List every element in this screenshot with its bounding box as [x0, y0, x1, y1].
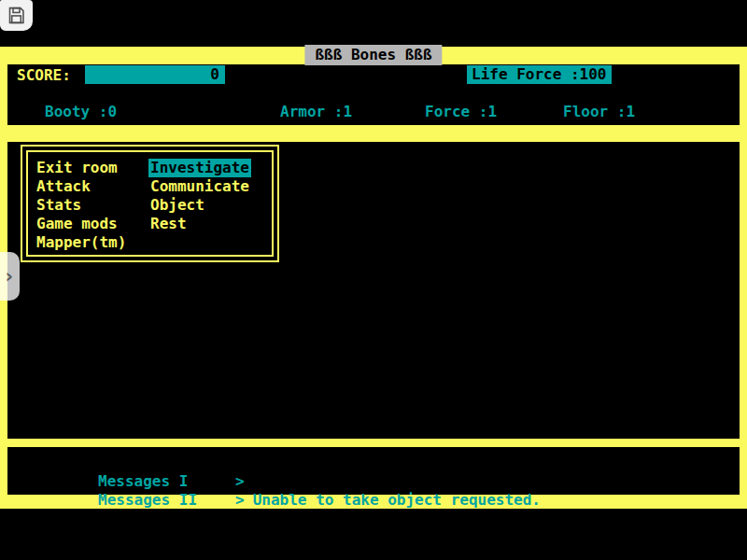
stat-floor: Floor :1 [563, 103, 635, 120]
action-menu: Exit room Attack Stats Game mods Mapper(… [21, 145, 279, 262]
score-value: 0 [210, 65, 219, 83]
game-frame: SCORE: 0 Life Force :100 Booty :0 Armor … [0, 47, 747, 509]
stat-armor: Armor :1 [280, 103, 352, 120]
drawer-toggle[interactable]: › [0, 252, 20, 301]
message-prompt-1: > [235, 472, 245, 490]
main-panel: Exit room Attack Stats Game mods Mapper(… [7, 142, 740, 439]
menu-item-exit-room[interactable]: Exit room [36, 159, 118, 177]
menu-item-stats[interactable]: Stats [36, 196, 81, 215]
stat-booty: Booty :0 [45, 103, 117, 120]
chevron-right-icon: › [3, 266, 15, 287]
life-force-badge: Life Force :100 [467, 65, 612, 84]
score-label: SCORE: [17, 66, 71, 84]
save-button[interactable] [0, 0, 33, 31]
menu-item-object[interactable]: Object [150, 196, 204, 215]
menu-item-communicate[interactable]: Communicate [150, 177, 249, 196]
hud-panel: SCORE: 0 Life Force :100 Booty :0 Armor … [7, 64, 740, 125]
window-title: ßßß Bones ßßß [304, 45, 442, 65]
stat-force: Force :1 [425, 103, 497, 120]
message-text-2: Unable to take object requested. [253, 491, 541, 509]
menu-item-game-mods[interactable]: Game mods [36, 215, 118, 233]
menu-column-2: Investigate Communicate Object Rest [150, 159, 251, 233]
action-menu-inner: Exit room Attack Stats Game mods Mapper(… [26, 150, 274, 257]
message-label-2: Messages II [98, 491, 235, 510]
menu-item-mapper[interactable]: Mapper(tm) [36, 233, 126, 252]
messages-panel: Messages I> Messages II>Unable to take o… [7, 447, 740, 495]
message-label-1: Messages I [98, 472, 235, 491]
game-screen: SCORE: 0 Life Force :100 Booty :0 Armor … [0, 0, 747, 560]
message-row-1: Messages I> [26, 454, 740, 472]
message-prompt-2: > [235, 491, 245, 509]
menu-item-attack[interactable]: Attack [36, 177, 91, 196]
score-bar: 0 [85, 65, 225, 84]
menu-item-rest[interactable]: Rest [150, 215, 187, 233]
menu-item-investigate[interactable]: Investigate [148, 159, 251, 177]
menu-column-1: Exit room Attack Stats Game mods Mapper(… [36, 159, 126, 252]
floppy-disk-icon [7, 6, 26, 25]
